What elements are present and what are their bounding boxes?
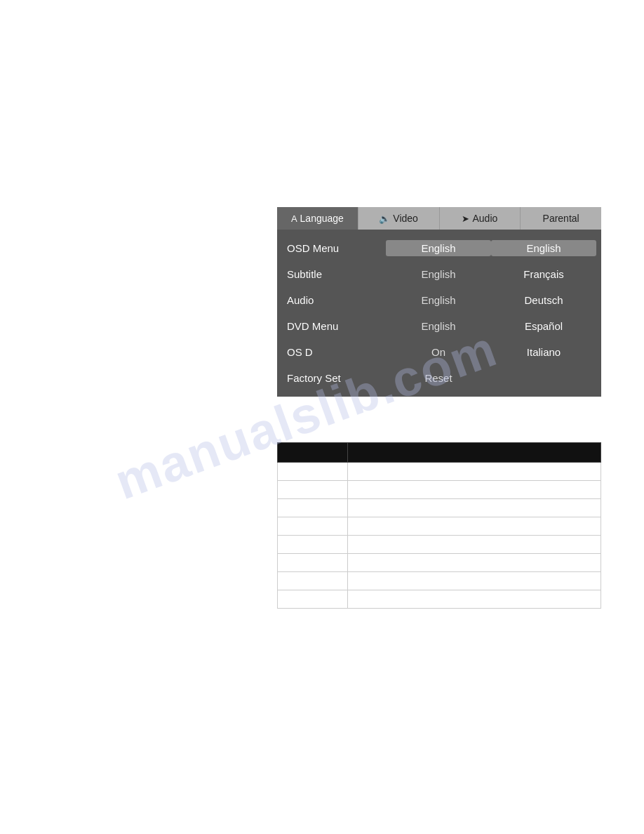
cell (347, 517, 601, 536)
table-row (278, 536, 601, 554)
factory-value[interactable]: Reset (386, 372, 491, 384)
menu-row-factory: Factory Set Reset (277, 365, 601, 391)
subtitle-right: Français (491, 268, 596, 280)
subtitle-label: Subtitle (277, 268, 386, 280)
menu-row-dvd-menu: DVD Menu English Español (277, 313, 601, 339)
language-icon: A (291, 213, 297, 224)
table-row (278, 463, 601, 481)
tab-parental-label: Parental (543, 213, 579, 224)
cell (347, 554, 601, 572)
cell (278, 554, 348, 572)
lower-table-container (277, 442, 601, 609)
table-row (278, 517, 601, 536)
cell (278, 499, 348, 517)
cell (347, 536, 601, 554)
tab-video[interactable]: 🔈 Video (358, 207, 440, 230)
factory-label: Factory Set (277, 372, 386, 384)
dvd-menu-right: Español (491, 320, 596, 332)
cell (278, 536, 348, 554)
cell (347, 463, 601, 481)
dvd-menu-value[interactable]: English (386, 320, 491, 332)
cell (347, 572, 601, 590)
header-col1 (278, 443, 348, 463)
cell (278, 463, 348, 481)
cell (347, 481, 601, 499)
table-row (278, 572, 601, 590)
tab-audio[interactable]: ➤ Audio (440, 207, 521, 230)
osd2-right: Italiano (491, 346, 596, 358)
osd-right[interactable]: English (491, 240, 596, 256)
table-row (278, 554, 601, 572)
table-header-row (278, 443, 601, 463)
cell (347, 590, 601, 609)
tab-language-label: Language (300, 213, 344, 224)
menu-row-audio: Audio English Deutsch (277, 287, 601, 313)
cell (278, 572, 348, 590)
audio-icon: ➤ (462, 213, 469, 224)
tab-bar: A Language 🔈 Video ➤ Audio Parental (277, 207, 601, 230)
table-row (278, 590, 601, 609)
lower-table (277, 442, 601, 609)
audio-label: Audio (277, 294, 386, 306)
dvd-menu-label: DVD Menu (277, 320, 386, 332)
osd2-value[interactable]: On (386, 346, 491, 358)
menu-row-subtitle: Subtitle English Français (277, 261, 601, 287)
menu-row-osd2: OS D On Italiano (277, 339, 601, 365)
osd-value[interactable]: English (386, 240, 491, 256)
table-row (278, 499, 601, 517)
cell (278, 481, 348, 499)
audio-right: Deutsch (491, 294, 596, 306)
tab-audio-label: Audio (472, 213, 497, 224)
osd2-label: OS D (277, 346, 386, 358)
cell (347, 499, 601, 517)
table-row (278, 481, 601, 499)
video-icon: 🔈 (379, 213, 390, 224)
dvd-menu: A Language 🔈 Video ➤ Audio Parental OSD … (277, 207, 601, 397)
osd-label: OSD Menu (277, 242, 386, 254)
subtitle-value[interactable]: English (386, 268, 491, 280)
menu-row-osd: OSD Menu English English (277, 235, 601, 261)
tab-video-label: Video (393, 213, 418, 224)
tab-parental[interactable]: Parental (521, 207, 601, 230)
audio-value[interactable]: English (386, 294, 491, 306)
header-col2 (347, 443, 601, 463)
cell (278, 590, 348, 609)
cell (278, 517, 348, 536)
tab-language[interactable]: A Language (277, 207, 358, 230)
menu-body: OSD Menu English English Subtitle Englis… (277, 230, 601, 397)
